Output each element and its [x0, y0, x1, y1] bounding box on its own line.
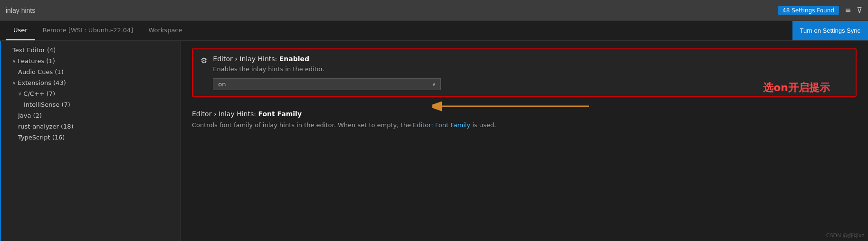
search-actions: 48 Settings Found ≡ ⊽	[778, 6, 862, 15]
tab-user[interactable]: User	[6, 21, 35, 40]
gear-icon: ⚙	[200, 56, 207, 65]
sidebar-item-cpp-label: C/C++ (7)	[23, 90, 55, 97]
sidebar-item-rust-analyzer[interactable]: rust-analyzer (18)	[1, 121, 180, 132]
setting-inlay-hints-enabled: ⚙ Editor › Inlay Hints: Enabled Enables …	[192, 48, 857, 97]
setting-desc-link[interactable]: Editor: Font Family	[413, 121, 470, 129]
setting-dropdown-enabled[interactable]: on ∨	[213, 78, 441, 90]
sidebar-item-intellisense[interactable]: IntelliSense (7)	[1, 99, 180, 110]
tab-remote[interactable]: Remote [WSL: Ubuntu-22.04]	[35, 21, 141, 40]
filter-funnel-icon[interactable]: ⊽	[857, 6, 862, 15]
search-input-area	[6, 7, 778, 14]
tab-user-label: User	[13, 27, 28, 34]
setting-title-enabled: Editor › Inlay Hints: Enabled	[213, 55, 848, 63]
sidebar-item-extensions-label: Extensions (43)	[18, 79, 66, 86]
sidebar-item-extensions[interactable]: ∨ Extensions (43)	[1, 77, 180, 88]
filter-lines-icon[interactable]: ≡	[845, 6, 851, 15]
watermark: CSDN @虾球xz	[826, 232, 864, 239]
chevron-features-icon: ∨	[12, 58, 16, 64]
sidebar-item-cpp[interactable]: ∨ C/C++ (7)	[1, 88, 180, 99]
setting-normal-title-prefix-font: Editor › Inlay Hints:	[192, 110, 258, 118]
chevron-down-icon: ∨	[432, 81, 436, 87]
main-layout: Text Editor (4) ∨ Features (1) Audio Cue…	[0, 41, 868, 241]
sidebar-item-rust-analyzer-label: rust-analyzer (18)	[18, 123, 74, 130]
setting-desc-start: Controls font family of inlay hints in t…	[192, 121, 413, 129]
setting-content-enabled: Editor › Inlay Hints: Enabled Enables th…	[213, 55, 848, 90]
sidebar-item-intellisense-label: IntelliSense (7)	[24, 101, 70, 108]
search-input[interactable]	[6, 7, 148, 14]
setting-desc-end: is used.	[470, 121, 496, 129]
setting-title-bold-enabled: Enabled	[279, 55, 309, 63]
tab-remote-label: Remote [WSL: Ubuntu-22.04]	[43, 27, 134, 34]
setting-normal-desc-font: Controls font family of inlay hints in t…	[192, 120, 857, 130]
sidebar-item-audio-cues[interactable]: Audio Cues (1)	[1, 66, 180, 77]
search-bar: 48 Settings Found ≡ ⊽	[0, 0, 868, 21]
content-area: ⚙ Editor › Inlay Hints: Enabled Enables …	[181, 41, 868, 241]
sync-button[interactable]: Turn on Settings Sync	[792, 21, 868, 40]
sidebar: Text Editor (4) ∨ Features (1) Audio Cue…	[0, 41, 181, 241]
tabs-bar: User Remote [WSL: Ubuntu-22.04] Workspac…	[0, 21, 868, 41]
setting-title-prefix-enabled: Editor › Inlay Hints:	[213, 55, 279, 63]
sidebar-item-java[interactable]: Java (2)	[1, 110, 180, 121]
setting-normal-title-font: Editor › Inlay Hints: Font Family	[192, 110, 857, 118]
setting-normal-title-bold-font: Font Family	[258, 110, 302, 118]
setting-inlay-hints-font-family: Editor › Inlay Hints: Font Family Contro…	[192, 106, 857, 134]
chevron-cpp-icon: ∨	[18, 91, 21, 96]
sidebar-item-audio-cues-label: Audio Cues (1)	[18, 68, 64, 75]
sidebar-item-typescript-label: TypeScript (16)	[18, 134, 65, 141]
setting-dropdown-value: on	[218, 81, 226, 88]
tab-workspace-label: Workspace	[148, 27, 182, 34]
setting-desc-enabled: Enables the inlay hints in the editor.	[213, 65, 848, 73]
sidebar-item-text-editor[interactable]: Text Editor (4)	[1, 45, 180, 56]
sidebar-item-text-editor-label: Text Editor (4)	[12, 46, 56, 54]
sidebar-item-typescript[interactable]: TypeScript (16)	[1, 132, 180, 143]
sidebar-item-features[interactable]: ∨ Features (1)	[1, 56, 180, 66]
chevron-extensions-icon: ∨	[12, 80, 16, 85]
sidebar-item-features-label: Features (1)	[18, 57, 55, 65]
settings-found-badge: 48 Settings Found	[778, 6, 839, 15]
tabs-left: User Remote [WSL: Ubuntu-22.04] Workspac…	[6, 21, 190, 40]
sidebar-item-java-label: Java (2)	[18, 112, 42, 119]
tab-workspace[interactable]: Workspace	[141, 21, 190, 40]
